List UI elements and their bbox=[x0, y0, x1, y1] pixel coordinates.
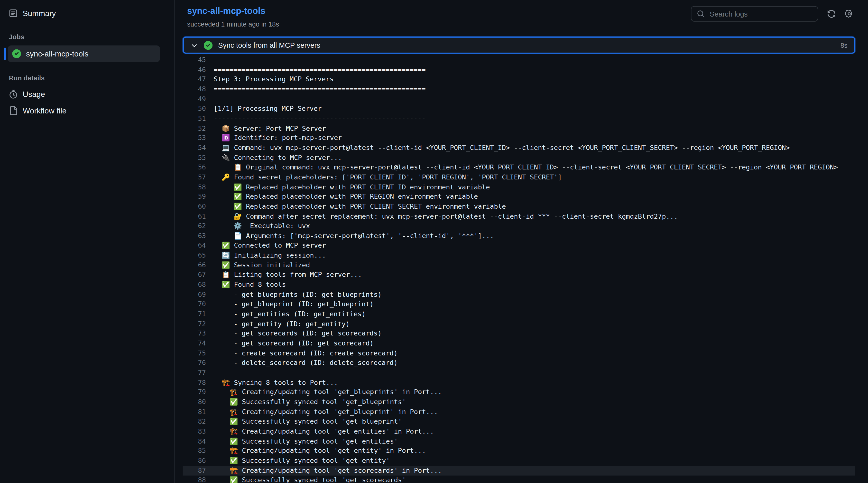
log-line-number[interactable]: 74 bbox=[183, 339, 206, 349]
log-line-number[interactable]: 45 bbox=[183, 55, 206, 65]
log-line-number[interactable]: 68 bbox=[183, 280, 206, 290]
log-line-number[interactable]: 62 bbox=[183, 221, 206, 231]
log-line[interactable]: 45 bbox=[183, 55, 855, 65]
log-line-number[interactable]: 79 bbox=[183, 388, 206, 397]
log-line-number[interactable]: 87 bbox=[183, 466, 206, 476]
log-line-number[interactable]: 60 bbox=[183, 202, 206, 212]
log-line[interactable]: 46======================================… bbox=[183, 65, 855, 75]
search-input[interactable] bbox=[709, 9, 812, 19]
log-line-number[interactable]: 75 bbox=[183, 349, 206, 358]
log-line[interactable]: 61 🔐 Command after secret replacement: u… bbox=[183, 212, 855, 221]
actions-run-page: Summary Jobs sync-all-mcp-tools Run deta… bbox=[0, 0, 868, 483]
log-line[interactable]: 72 - get_entity (ID: get_entity) bbox=[183, 320, 855, 329]
log-line[interactable]: 64 ✅ Connected to MCP server bbox=[183, 241, 855, 251]
log-line[interactable]: 49 bbox=[183, 94, 855, 104]
log-line-number[interactable]: 71 bbox=[183, 309, 206, 319]
log-line-number[interactable]: 81 bbox=[183, 407, 206, 417]
log-line[interactable]: 77 bbox=[183, 368, 855, 378]
log-line-number[interactable]: 59 bbox=[183, 192, 206, 202]
log-line-number[interactable]: 58 bbox=[183, 182, 206, 192]
log-line-number[interactable]: 57 bbox=[183, 173, 206, 182]
log-line[interactable]: 80 ✅ Successfully synced tool 'get_bluep… bbox=[183, 397, 855, 407]
log-line-number[interactable]: 70 bbox=[183, 300, 206, 309]
log-line-number[interactable]: 49 bbox=[183, 94, 206, 104]
log-line-number[interactable]: 50 bbox=[183, 104, 206, 114]
log-line-number[interactable]: 69 bbox=[183, 290, 206, 300]
log-line[interactable]: 63 📄 Arguments: ['mcp-server-port@latest… bbox=[183, 231, 855, 241]
log-line[interactable]: 65 🔄 Initializing session... bbox=[183, 251, 855, 261]
log-line-text: ⚙️ Executable: uvx bbox=[214, 221, 310, 231]
log-line[interactable]: 70 - get_blueprint (ID: get_blueprint) bbox=[183, 300, 855, 309]
log-line[interactable]: 48======================================… bbox=[183, 85, 855, 94]
step-group-header[interactable]: Sync tools from all MCP servers 8s bbox=[183, 36, 855, 54]
log-line[interactable]: 84 ✅ Successfully synced tool 'get_entit… bbox=[183, 436, 855, 446]
log-line[interactable]: 78 🏗️ Syncing 8 tools to Port... bbox=[183, 378, 855, 388]
log-line-number[interactable]: 67 bbox=[183, 270, 206, 280]
log-line[interactable]: 73 - get_scorecards (ID: get_scorecards) bbox=[183, 329, 855, 339]
log-line[interactable]: 52 📦 Server: Port MCP Server bbox=[183, 124, 855, 133]
log-line-number[interactable]: 61 bbox=[183, 212, 206, 221]
log-line[interactable]: 67 📋 Listing tools from MCP server... bbox=[183, 270, 855, 280]
log-line-number[interactable]: 86 bbox=[183, 456, 206, 466]
log-line[interactable]: 60 ✅ Replaced placeholder with PORT_CLIE… bbox=[183, 202, 855, 212]
log-line[interactable]: 82 ✅ Successfully synced tool 'get_bluep… bbox=[183, 417, 855, 427]
refresh-button[interactable] bbox=[827, 9, 836, 18]
log-line[interactable]: 50[1/1] Processing MCP Server bbox=[183, 104, 855, 114]
sidebar-item-usage[interactable]: Usage bbox=[9, 86, 165, 102]
log-line-number[interactable]: 52 bbox=[183, 124, 206, 133]
log-line-number[interactable]: 82 bbox=[183, 417, 206, 427]
log-line-number[interactable]: 65 bbox=[183, 251, 206, 261]
log-line[interactable]: 58 ✅ Replaced placeholder with PORT_CLIE… bbox=[183, 182, 855, 192]
log-line[interactable]: 76 - delete_scorecard (ID: delete_scorec… bbox=[183, 358, 855, 368]
log-line[interactable]: 74 - get_scorecard (ID: get_scorecard) bbox=[183, 339, 855, 349]
log-line[interactable]: 57 🔑 Found secret placeholders: ['PORT_C… bbox=[183, 173, 855, 182]
log-line[interactable]: 59 ✅ Replaced placeholder with PORT_REGI… bbox=[183, 192, 855, 202]
log-line-number[interactable]: 46 bbox=[183, 65, 206, 75]
log-line-number[interactable]: 72 bbox=[183, 320, 206, 329]
log-line-text: ✅ Successfully synced tool 'get_scorecar… bbox=[214, 476, 406, 483]
log-line-number[interactable]: 83 bbox=[183, 427, 206, 436]
log-line[interactable]: 79 🏗️ Creating/updating tool 'get_bluepr… bbox=[183, 388, 855, 397]
log-line-number[interactable]: 85 bbox=[183, 447, 206, 456]
sidebar-item-job-sync-all-mcp-tools[interactable]: sync-all-mcp-tools bbox=[8, 45, 160, 62]
log-line-number[interactable]: 66 bbox=[183, 261, 206, 270]
log-line[interactable]: 81 🏗️ Creating/updating tool 'get_bluepr… bbox=[183, 407, 855, 417]
log-line[interactable]: 66 ✅ Session initialized bbox=[183, 261, 855, 270]
log-line-number[interactable]: 88 bbox=[183, 476, 206, 483]
log-line-number[interactable]: 53 bbox=[183, 134, 206, 143]
run-header: sync-all-mcp-tools succeeded 1 minute ag… bbox=[175, 0, 868, 35]
log-line-number[interactable]: 47 bbox=[183, 75, 206, 85]
settings-button[interactable] bbox=[845, 9, 854, 18]
log-line-number[interactable]: 54 bbox=[183, 143, 206, 153]
log-line-number[interactable]: 55 bbox=[183, 153, 206, 163]
log-line-number[interactable]: 48 bbox=[183, 85, 206, 94]
log-line[interactable]: 53 🆔 Identifier: port-mcp-server bbox=[183, 134, 855, 143]
log-line[interactable]: 69 - get_blueprints (ID: get_blueprints) bbox=[183, 290, 855, 300]
log-line[interactable]: 86 ✅ Successfully synced tool 'get_entit… bbox=[183, 456, 855, 466]
log-line-number[interactable]: 63 bbox=[183, 231, 206, 241]
log-line-number[interactable]: 64 bbox=[183, 241, 206, 251]
log-line[interactable]: 71 - get_entities (ID: get_entities) bbox=[183, 309, 855, 319]
log-line-number[interactable]: 84 bbox=[183, 436, 206, 446]
log-line-number[interactable]: 78 bbox=[183, 378, 206, 388]
log-line[interactable]: 87 🏗️ Creating/updating tool 'get_scorec… bbox=[183, 466, 855, 476]
log-line[interactable]: 51--------------------------------------… bbox=[183, 114, 855, 124]
log-line[interactable]: 83 🏗️ Creating/updating tool 'get_entiti… bbox=[183, 427, 855, 436]
log-line[interactable]: 85 🏗️ Creating/updating tool 'get_entity… bbox=[183, 447, 855, 456]
log-line[interactable]: 54 💻 Command: uvx mcp-server-port@latest… bbox=[183, 143, 855, 153]
log-line-number[interactable]: 73 bbox=[183, 329, 206, 339]
log-line[interactable]: 47Step 3: Processing MCP Servers bbox=[183, 75, 855, 85]
log-line[interactable]: 88 ✅ Successfully synced tool 'get_score… bbox=[183, 476, 855, 483]
log-line[interactable]: 55 🔌 Connecting to MCP server... bbox=[183, 153, 855, 163]
log-line[interactable]: 56 📋 Original command: uvx mcp-server-po… bbox=[183, 163, 855, 173]
log-line-number[interactable]: 77 bbox=[183, 368, 206, 378]
log-line[interactable]: 68 ✅ Found 8 tools bbox=[183, 280, 855, 290]
log-line-number[interactable]: 80 bbox=[183, 397, 206, 407]
log-line[interactable]: 62 ⚙️ Executable: uvx bbox=[183, 221, 855, 231]
log-line[interactable]: 75 - create_scorecard (ID: create_scorec… bbox=[183, 349, 855, 358]
log-line-number[interactable]: 76 bbox=[183, 358, 206, 368]
log-line-number[interactable]: 56 bbox=[183, 163, 206, 173]
log-line-number[interactable]: 51 bbox=[183, 114, 206, 124]
sidebar-item-workflow-file[interactable]: Workflow file bbox=[9, 103, 165, 119]
sidebar-item-summary[interactable]: Summary bbox=[9, 6, 165, 21]
